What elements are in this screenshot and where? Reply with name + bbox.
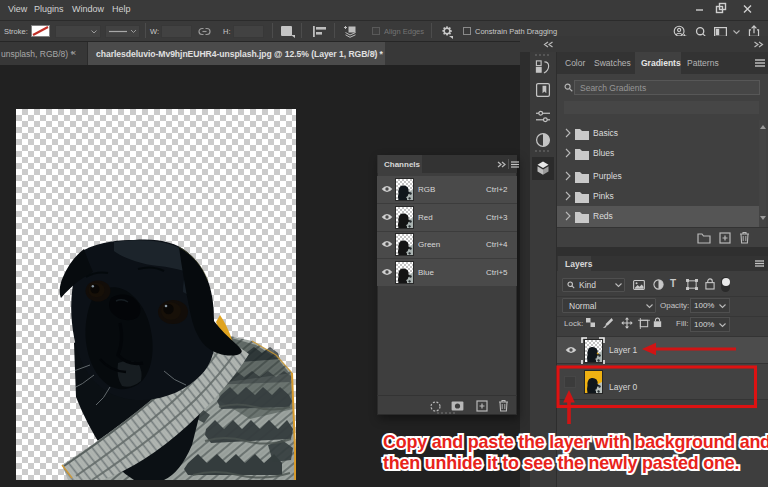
svg-text:then unhide it to see the newl: then unhide it to see the newly pasted o… xyxy=(383,453,739,473)
svg-text:Copy and paste the layer with: Copy and paste the layer with background… xyxy=(383,432,768,452)
